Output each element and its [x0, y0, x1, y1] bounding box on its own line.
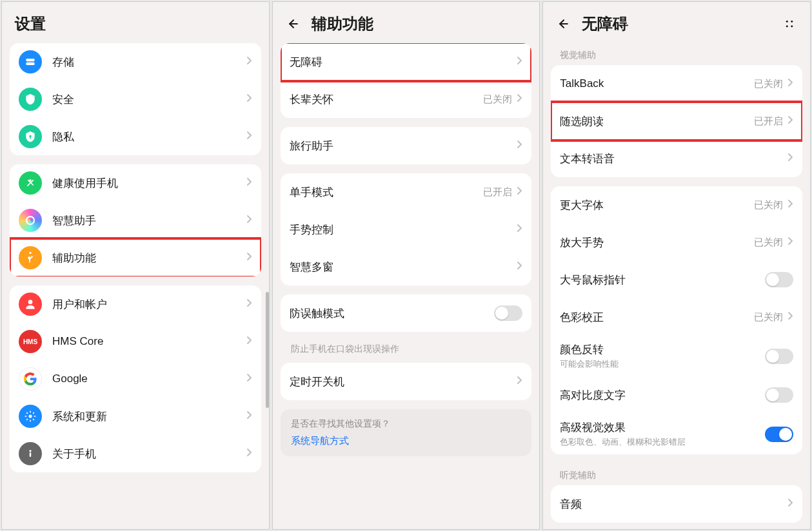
- chevron-right-icon: [246, 177, 252, 189]
- invert-toggle[interactable]: [765, 349, 793, 364]
- row-visualfx[interactable]: 高级视觉效果 色彩取色、动画、模糊和光影错层: [551, 414, 802, 454]
- row-onehand[interactable]: 单手模式 已开启: [281, 173, 532, 211]
- row-label: Google: [52, 372, 246, 385]
- row-text: 旅行助手: [290, 139, 517, 153]
- ai-icon: [19, 209, 42, 232]
- row-label: 安全: [52, 92, 246, 107]
- row-sublabel: 色彩取色、动画、模糊和光影错层: [560, 436, 765, 448]
- settings-list[interactable]: 存储 安全 隐私 健康使用手机 智慧助手: [2, 43, 269, 529]
- row-bigcursor[interactable]: 大号鼠标指针: [551, 261, 802, 298]
- more-button[interactable]: [782, 16, 797, 32]
- row-highcontrast[interactable]: 高对比度文字: [551, 376, 802, 414]
- row-colorcorrect[interactable]: 色彩校正 已关闭: [551, 298, 802, 336]
- bigcursor-toggle[interactable]: [765, 272, 793, 287]
- row-label: 高级视觉效果: [560, 420, 765, 435]
- row-value: 已关闭: [754, 237, 783, 249]
- row-label: 智慧多窗: [290, 260, 517, 275]
- chevron-right-icon: [246, 252, 252, 264]
- row-google[interactable]: Google: [10, 360, 261, 398]
- row-label: 存储: [52, 55, 246, 70]
- features-list[interactable]: 无障碍 长辈关怀 已关闭 旅行助手 单手模式 已开启 手势控制: [273, 43, 540, 529]
- hms-icon: HMS: [19, 330, 42, 353]
- chevron-right-icon: [787, 153, 793, 164]
- row-multiwin[interactable]: 智慧多窗: [281, 248, 532, 285]
- row-audio[interactable]: 音频: [551, 485, 802, 523]
- row-mistouch[interactable]: 防误触模式: [281, 294, 532, 332]
- card: 定时开关机: [281, 363, 532, 400]
- page-title: 无障碍: [582, 14, 628, 34]
- row-bigfont[interactable]: 更大字体 已关闭: [551, 186, 802, 224]
- row-text: 放大手势: [560, 235, 754, 250]
- row-label: 颜色反转: [560, 342, 765, 357]
- row-label: 随选朗读: [560, 114, 754, 129]
- card: 防误触模式: [281, 294, 532, 332]
- update-icon: [19, 405, 42, 428]
- chevron-right-icon: [516, 140, 522, 151]
- row-label: 系统和更新: [52, 409, 246, 424]
- row-update[interactable]: 系统和更新: [10, 398, 261, 435]
- svg-point-6: [28, 300, 33, 304]
- health-icon: [19, 171, 42, 195]
- row-about[interactable]: 关于手机: [10, 435, 261, 472]
- mistouch-note: 防止手机在口袋出现误操作: [281, 341, 532, 363]
- row-security[interactable]: 安全: [10, 81, 261, 118]
- row-label: HMS Core: [52, 335, 246, 348]
- row-gesture[interactable]: 手势控制: [281, 211, 532, 248]
- row-travel[interactable]: 旅行助手: [281, 127, 532, 164]
- hint-link[interactable]: 系统导航方式: [291, 435, 522, 447]
- row-text: 大号鼠标指针: [560, 273, 765, 287]
- row-text: 颜色反转 可能会影响性能: [560, 342, 765, 370]
- row-label: 单手模式: [290, 185, 484, 200]
- row-label: 关于手机: [52, 447, 246, 461]
- row-value: 已开启: [754, 115, 783, 128]
- row-text: Google: [52, 372, 246, 385]
- row-value: 已开启: [483, 186, 512, 198]
- about-icon: [19, 442, 42, 465]
- row-health[interactable]: 健康使用手机: [10, 164, 261, 202]
- a11y-list[interactable]: 视觉辅助 TalkBack 已关闭 随选朗读 已开启 文本转语音 更大字体 已关…: [543, 43, 810, 529]
- row-accessibility[interactable]: 辅助功能: [10, 239, 261, 276]
- row-storage[interactable]: 存储: [10, 43, 261, 81]
- card: 更大字体 已关闭 放大手势 已关闭 大号鼠标指针 色彩校正 已关闭 颜色反转 可…: [551, 186, 802, 454]
- row-label: 辅助功能: [52, 251, 246, 266]
- card: TalkBack 已关闭 随选朗读 已开启 文本转语音: [551, 65, 802, 177]
- row-a11y[interactable]: 无障碍: [281, 43, 532, 81]
- row-users[interactable]: 用户和帐户: [10, 285, 261, 323]
- chevron-right-icon: [516, 186, 522, 198]
- row-elder[interactable]: 长辈关怀 已关闭: [281, 81, 532, 118]
- users-icon: [19, 293, 42, 316]
- scrollbar[interactable]: [266, 292, 269, 408]
- svg-rect-0: [26, 59, 34, 61]
- row-hms[interactable]: HMS HMS Core: [10, 323, 261, 360]
- card: 存储 安全 隐私: [10, 43, 261, 155]
- row-text: 随选朗读: [560, 114, 754, 129]
- row-talkback[interactable]: TalkBack 已关闭: [551, 65, 802, 102]
- section-audio-label: 听觉辅助: [551, 463, 802, 485]
- row-tts[interactable]: 文本转语音: [551, 140, 802, 177]
- row-text: 单手模式: [290, 185, 484, 200]
- back-button[interactable]: [286, 16, 301, 32]
- row-select2speak[interactable]: 随选朗读 已开启: [551, 102, 802, 140]
- row-text: 更大字体: [560, 198, 754, 213]
- highcontrast-toggle[interactable]: [765, 387, 793, 403]
- row-label: 大号鼠标指针: [560, 273, 765, 287]
- row-invert[interactable]: 颜色反转 可能会影响性能: [551, 336, 802, 376]
- storage-icon: [19, 50, 42, 73]
- chevron-right-icon: [246, 336, 252, 347]
- mistouch-toggle[interactable]: [494, 305, 522, 321]
- row-label: 更大字体: [560, 198, 754, 213]
- svg-point-5: [26, 217, 34, 224]
- svg-point-4: [29, 179, 31, 181]
- row-ai[interactable]: 智慧助手: [10, 202, 261, 239]
- visualfx-toggle[interactable]: [765, 427, 793, 442]
- chevron-right-icon: [516, 93, 522, 105]
- a11y-panel: 无障碍 视觉辅助 TalkBack 已关闭 随选朗读 已开启 文本转语音 更大字…: [542, 1, 811, 530]
- row-schedule[interactable]: 定时开关机: [281, 363, 532, 400]
- back-button[interactable]: [556, 16, 571, 32]
- row-privacy[interactable]: 隐私: [10, 118, 261, 155]
- card: 无障碍 长辈关怀 已关闭: [281, 43, 532, 118]
- row-magnify[interactable]: 放大手势 已关闭: [551, 224, 802, 261]
- row-label: 音频: [560, 497, 787, 512]
- row-text: HMS Core: [52, 335, 246, 348]
- row-value: 已关闭: [483, 93, 512, 106]
